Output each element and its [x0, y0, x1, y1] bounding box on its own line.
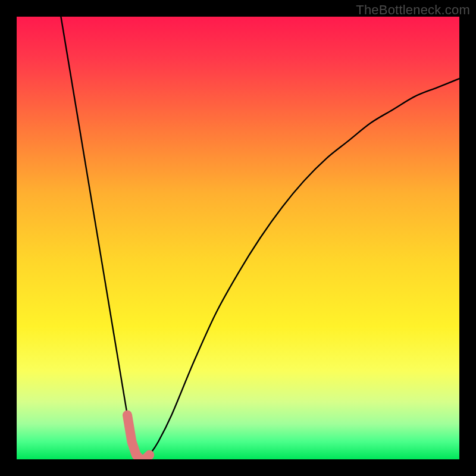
bottleneck-curve — [17, 17, 459, 459]
watermark-text: TheBottleneck.com — [356, 2, 470, 18]
chart-plot-area — [17, 17, 459, 459]
